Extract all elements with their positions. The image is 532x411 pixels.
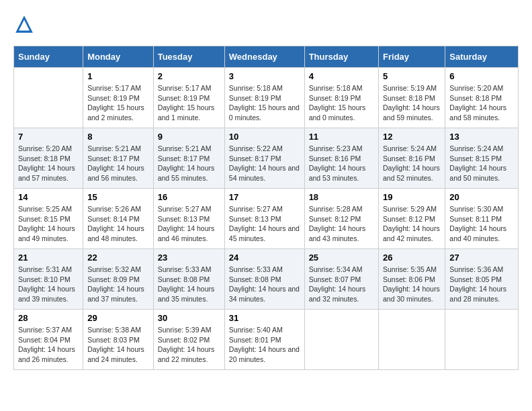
weekday-header: Friday [379, 46, 445, 68]
day-number: 17 [229, 192, 300, 202]
day-number: 3 [229, 71, 300, 81]
day-number: 22 [87, 253, 149, 263]
day-number: 21 [18, 253, 79, 263]
day-number: 26 [383, 253, 441, 263]
day-number: 14 [18, 192, 79, 202]
calendar-cell: 25Sunrise: 5:34 AMSunset: 8:07 PMDayligh… [304, 249, 378, 310]
day-info: Sunrise: 5:34 AMSunset: 8:07 PMDaylight:… [309, 265, 374, 304]
calendar-cell: 5Sunrise: 5:19 AMSunset: 8:18 PMDaylight… [379, 68, 445, 128]
weekday-header: Wednesday [224, 46, 304, 68]
day-info: Sunrise: 5:27 AMSunset: 8:13 PMDaylight:… [158, 204, 220, 244]
day-number: 20 [449, 192, 514, 202]
weekday-header: Thursday [304, 46, 378, 68]
day-number: 23 [158, 253, 220, 263]
day-info: Sunrise: 5:20 AMSunset: 8:18 PMDaylight:… [449, 83, 514, 123]
day-number: 12 [383, 132, 441, 142]
day-number: 31 [229, 313, 300, 323]
calendar-cell: 11Sunrise: 5:23 AMSunset: 8:16 PMDayligh… [304, 128, 378, 189]
day-info: Sunrise: 5:29 AMSunset: 8:12 PMDaylight:… [383, 204, 441, 244]
weekday-header: Tuesday [153, 46, 224, 68]
calendar-cell: 10Sunrise: 5:22 AMSunset: 8:17 PMDayligh… [224, 128, 304, 189]
calendar-week-row: 14Sunrise: 5:25 AMSunset: 8:15 PMDayligh… [14, 189, 519, 249]
calendar-cell: 4Sunrise: 5:18 AMSunset: 8:19 PMDaylight… [304, 68, 378, 128]
day-number: 2 [158, 71, 220, 81]
day-number: 6 [449, 71, 514, 81]
calendar-cell: 8Sunrise: 5:21 AMSunset: 8:17 PMDaylight… [83, 128, 154, 189]
day-info: Sunrise: 5:22 AMSunset: 8:17 PMDaylight:… [229, 144, 300, 183]
day-info: Sunrise: 5:37 AMSunset: 8:04 PMDaylight:… [18, 325, 79, 365]
day-info: Sunrise: 5:33 AMSunset: 8:08 PMDaylight:… [229, 265, 300, 304]
calendar-cell: 23Sunrise: 5:33 AMSunset: 8:08 PMDayligh… [153, 249, 224, 310]
calendar-cell: 30Sunrise: 5:39 AMSunset: 8:02 PMDayligh… [153, 310, 224, 370]
weekday-header-row: SundayMondayTuesdayWednesdayThursdayFrid… [14, 46, 519, 68]
day-info: Sunrise: 5:18 AMSunset: 8:19 PMDaylight:… [309, 83, 374, 123]
calendar-week-row: 21Sunrise: 5:31 AMSunset: 8:10 PMDayligh… [14, 249, 519, 310]
calendar-cell [379, 310, 445, 370]
calendar-cell: 12Sunrise: 5:24 AMSunset: 8:16 PMDayligh… [379, 128, 445, 189]
day-info: Sunrise: 5:24 AMSunset: 8:15 PMDaylight:… [449, 144, 514, 183]
calendar-cell: 15Sunrise: 5:26 AMSunset: 8:14 PMDayligh… [83, 189, 154, 249]
day-info: Sunrise: 5:20 AMSunset: 8:18 PMDaylight:… [18, 144, 79, 183]
calendar-cell [14, 68, 83, 128]
day-number: 9 [158, 132, 220, 142]
day-info: Sunrise: 5:36 AMSunset: 8:05 PMDaylight:… [449, 265, 514, 304]
day-number: 5 [383, 71, 441, 81]
calendar-cell: 31Sunrise: 5:40 AMSunset: 8:01 PMDayligh… [224, 310, 304, 370]
day-info: Sunrise: 5:30 AMSunset: 8:11 PMDaylight:… [449, 204, 514, 244]
day-number: 19 [383, 192, 441, 202]
day-info: Sunrise: 5:17 AMSunset: 8:19 PMDaylight:… [87, 83, 149, 123]
day-info: Sunrise: 5:21 AMSunset: 8:17 PMDaylight:… [158, 144, 220, 183]
calendar-cell: 6Sunrise: 5:20 AMSunset: 8:18 PMDaylight… [445, 68, 519, 128]
day-info: Sunrise: 5:18 AMSunset: 8:19 PMDaylight:… [229, 83, 300, 123]
calendar-cell: 7Sunrise: 5:20 AMSunset: 8:18 PMDaylight… [14, 128, 83, 189]
day-number: 28 [18, 313, 79, 323]
page-header [13, 13, 519, 35]
day-info: Sunrise: 5:33 AMSunset: 8:08 PMDaylight:… [158, 265, 220, 304]
day-number: 16 [158, 192, 220, 202]
calendar-table: SundayMondayTuesdayWednesdayThursdayFrid… [13, 46, 519, 370]
calendar-cell: 28Sunrise: 5:37 AMSunset: 8:04 PMDayligh… [14, 310, 83, 370]
calendar-cell: 16Sunrise: 5:27 AMSunset: 8:13 PMDayligh… [153, 189, 224, 249]
day-info: Sunrise: 5:23 AMSunset: 8:16 PMDaylight:… [309, 144, 374, 183]
day-number: 7 [18, 132, 79, 142]
calendar-cell: 17Sunrise: 5:27 AMSunset: 8:13 PMDayligh… [224, 189, 304, 249]
day-info: Sunrise: 5:31 AMSunset: 8:10 PMDaylight:… [18, 265, 79, 304]
day-number: 11 [309, 132, 374, 142]
day-number: 25 [309, 253, 374, 263]
day-info: Sunrise: 5:24 AMSunset: 8:16 PMDaylight:… [383, 144, 441, 183]
calendar-week-row: 1Sunrise: 5:17 AMSunset: 8:19 PMDaylight… [14, 68, 519, 128]
calendar-cell: 27Sunrise: 5:36 AMSunset: 8:05 PMDayligh… [445, 249, 519, 310]
day-number: 24 [229, 253, 300, 263]
day-info: Sunrise: 5:19 AMSunset: 8:18 PMDaylight:… [383, 83, 441, 123]
logo [13, 13, 39, 35]
calendar-cell [445, 310, 519, 370]
day-info: Sunrise: 5:40 AMSunset: 8:01 PMDaylight:… [229, 325, 300, 365]
calendar-cell: 13Sunrise: 5:24 AMSunset: 8:15 PMDayligh… [445, 128, 519, 189]
day-info: Sunrise: 5:38 AMSunset: 8:03 PMDaylight:… [87, 325, 149, 365]
calendar-cell: 14Sunrise: 5:25 AMSunset: 8:15 PMDayligh… [14, 189, 83, 249]
calendar-cell: 3Sunrise: 5:18 AMSunset: 8:19 PMDaylight… [224, 68, 304, 128]
day-number: 15 [87, 192, 149, 202]
calendar-cell: 2Sunrise: 5:17 AMSunset: 8:19 PMDaylight… [153, 68, 224, 128]
day-info: Sunrise: 5:27 AMSunset: 8:13 PMDaylight:… [229, 204, 300, 244]
day-number: 27 [449, 253, 514, 263]
calendar-cell: 9Sunrise: 5:21 AMSunset: 8:17 PMDaylight… [153, 128, 224, 189]
weekday-header: Sunday [14, 46, 83, 68]
calendar-cell [304, 310, 378, 370]
day-number: 18 [309, 192, 374, 202]
calendar-cell: 24Sunrise: 5:33 AMSunset: 8:08 PMDayligh… [224, 249, 304, 310]
calendar-cell: 18Sunrise: 5:28 AMSunset: 8:12 PMDayligh… [304, 189, 378, 249]
calendar-cell: 20Sunrise: 5:30 AMSunset: 8:11 PMDayligh… [445, 189, 519, 249]
day-number: 30 [158, 313, 220, 323]
calendar-week-row: 7Sunrise: 5:20 AMSunset: 8:18 PMDaylight… [14, 128, 519, 189]
calendar-week-row: 28Sunrise: 5:37 AMSunset: 8:04 PMDayligh… [14, 310, 519, 370]
day-info: Sunrise: 5:39 AMSunset: 8:02 PMDaylight:… [158, 325, 220, 365]
calendar-cell: 21Sunrise: 5:31 AMSunset: 8:10 PMDayligh… [14, 249, 83, 310]
day-info: Sunrise: 5:21 AMSunset: 8:17 PMDaylight:… [87, 144, 149, 183]
day-info: Sunrise: 5:25 AMSunset: 8:15 PMDaylight:… [18, 204, 79, 244]
calendar-cell: 26Sunrise: 5:35 AMSunset: 8:06 PMDayligh… [379, 249, 445, 310]
weekday-header: Monday [83, 46, 154, 68]
day-info: Sunrise: 5:35 AMSunset: 8:06 PMDaylight:… [383, 265, 441, 304]
day-number: 10 [229, 132, 300, 142]
day-number: 29 [87, 313, 149, 323]
